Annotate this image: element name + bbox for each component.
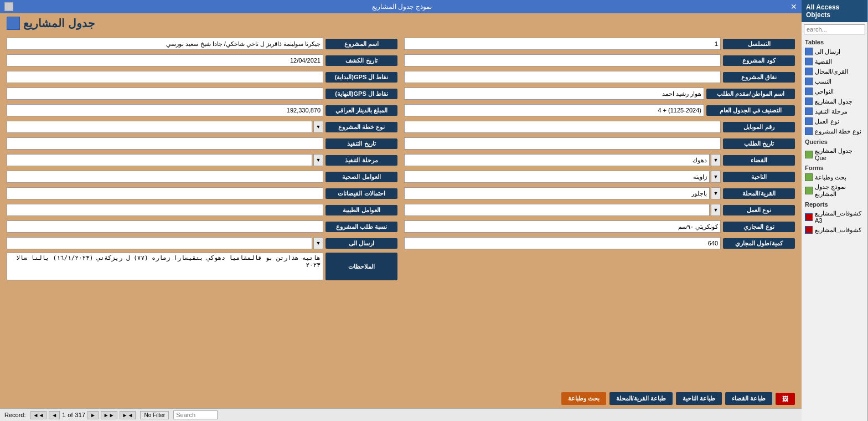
plan-type-dropdown-arrow[interactable]: ▼ (313, 121, 323, 133)
exec-stage-select-wrapper: ▼ (7, 154, 323, 166)
form-title-icon (7, 17, 20, 30)
quantity-row: كمية/طول المجاري (404, 236, 795, 250)
sidebar-search-input[interactable] (804, 24, 865, 34)
district-dropdown-arrow[interactable]: ▼ (711, 154, 721, 166)
delete-button[interactable]: 🖼 (776, 393, 795, 405)
current-record: 1 (62, 412, 65, 418)
gps-start-label: نقاط ال GPS(البداية) (326, 72, 397, 83)
form-header: جدول المشاريع (0, 13, 802, 33)
table-icon (805, 88, 813, 95)
classification-row: التصنيف في الجدول العام (404, 103, 795, 117)
sidebar-item-projects[interactable]: جدول المشاريع (802, 96, 867, 106)
amount-input[interactable] (7, 104, 323, 116)
natural-factors-input[interactable] (7, 204, 323, 216)
sidebar-item-cases[interactable]: القضية (802, 57, 867, 66)
sidebar-item-nawahi[interactable]: النواحي (802, 86, 867, 96)
serial-input[interactable] (404, 38, 721, 50)
plan-type-row: نوع خطة المشروع ▼ (7, 120, 397, 134)
sidebar-item-villages[interactable]: القرى/المحال (802, 66, 867, 76)
print-village-button[interactable]: طباعة القرية/المحلة (609, 392, 673, 405)
exec-stage-dropdown-arrow[interactable]: ▼ (313, 154, 323, 166)
print-district-button[interactable]: طباعة القضاء (725, 392, 772, 405)
work-type-input[interactable] (404, 204, 710, 216)
project-request-pct-input[interactable] (7, 220, 323, 233)
sidebar-item-query[interactable]: جدول المشاريع Que (802, 146, 867, 162)
sub-district-dropdown-arrow[interactable]: ▼ (711, 171, 721, 183)
sub-district-label: الناحية (723, 172, 795, 182)
send-to-dropdown-arrow[interactable]: ▼ (313, 237, 323, 249)
next-record-button[interactable]: ► (87, 411, 99, 419)
plan-type-select-wrapper: ▼ (7, 121, 323, 133)
record-nav: ◄◄ ◄ 1 of 317 ► ►► ►◄ (30, 411, 136, 419)
mobile-row: رقم الموبايل (404, 120, 795, 134)
main-area: نموذج جدول المشاريع ✕ جدول المشاريع التس… (0, 0, 802, 421)
sidebar-item-send[interactable]: ارسال الى (802, 47, 867, 57)
village-select-wrapper: ▼ (404, 187, 721, 199)
sidebar-item-report[interactable]: كشوفات_المشاريع (802, 225, 867, 235)
quantity-input[interactable] (404, 237, 721, 249)
work-type-dropdown-arrow[interactable]: ▼ (711, 204, 721, 216)
form-icon (805, 187, 813, 194)
sidebar-item-ratio[interactable]: النسب (802, 76, 867, 86)
table-icon (805, 78, 813, 85)
sidebar-search-area[interactable] (802, 22, 867, 37)
plan-type-label: نوع خطة المشروع (326, 122, 397, 132)
sidebar-item-work-type[interactable]: نوع العمل (802, 116, 867, 126)
prev-record-button[interactable]: ◄ (49, 411, 60, 419)
amount-label: المبلغ بالدينار العراقي (326, 105, 397, 116)
health-factors-input[interactable] (7, 171, 323, 183)
sub-district-input[interactable] (404, 171, 710, 183)
notes-textarea[interactable]: هاتيه هذارتن بو قالمقاميا دهوكي بتقيسارا… (7, 253, 323, 280)
table-icon (805, 48, 813, 55)
project-points-input[interactable] (404, 71, 721, 83)
search-print-button[interactable]: بحث وطباعة (561, 392, 606, 405)
last-record-button[interactable]: ►► (101, 411, 117, 419)
district-input[interactable] (404, 154, 710, 166)
first-record-button[interactable]: ◄◄ (30, 411, 47, 419)
classification-input[interactable] (404, 104, 704, 116)
project-name-input[interactable] (7, 38, 323, 50)
drain-type-input[interactable] (404, 220, 721, 233)
work-type-select-wrapper: ▼ (404, 204, 721, 216)
discovery-date-input[interactable] (7, 54, 323, 66)
citizen-name-input[interactable] (404, 88, 704, 100)
discovery-date-label: تاريخ الكشف (326, 55, 397, 66)
send-to-input[interactable] (7, 237, 312, 249)
new-record-button[interactable]: ►◄ (120, 411, 136, 419)
project-name-label: اسم المشروع (326, 39, 397, 49)
sidebar-item-report-a3[interactable]: كشوفات_المشاريع A3 (802, 209, 867, 225)
gps-end-input[interactable] (7, 88, 323, 100)
sidebar-item-exec-stage[interactable]: مرحلة التنفيذ (802, 106, 867, 116)
sidebar-item-plan-type[interactable]: نوع خطة المشروع (802, 126, 867, 136)
print-sub-button[interactable]: طباعة الناحية (676, 392, 722, 405)
close-button[interactable]: ✕ (790, 2, 797, 11)
flood-prob-label: احتمالات الفيضانات (326, 188, 397, 199)
flood-prob-input[interactable] (7, 187, 323, 199)
gps-end-row: نقاط ال GPS(النهاية) (7, 86, 397, 101)
village-dropdown-arrow[interactable]: ▼ (711, 187, 721, 199)
district-row: القضاء ▼ (404, 153, 795, 167)
health-factors-label: العوامل الصحية (326, 172, 397, 182)
table-icon (805, 68, 813, 75)
natural-factors-label: العوامل الطيبية (326, 205, 397, 215)
village-input[interactable] (404, 187, 710, 199)
sidebar-item-main-form[interactable]: نموذج جدول المشاريع (802, 182, 867, 199)
total-records: 317 (75, 412, 85, 418)
plan-type-input[interactable] (7, 121, 312, 133)
project-code-input[interactable] (404, 54, 721, 66)
gps-start-input[interactable] (7, 71, 323, 83)
project-request-pct-label: نسبة طلب المشروع (326, 222, 397, 232)
exec-date-input[interactable] (7, 137, 323, 150)
search-input[interactable] (173, 410, 218, 419)
sidebar-title: All Access Objects (802, 0, 867, 22)
table-icon (805, 97, 813, 105)
record-label: Record: (4, 412, 26, 418)
sidebar-item-search-form[interactable]: بحث وطباعة (802, 172, 867, 182)
exec-stage-input[interactable] (7, 154, 312, 166)
drain-type-row: نوع المجاري (404, 219, 795, 234)
form-title: جدول المشاريع (23, 17, 95, 30)
project-points-label: نقاق المشروع (723, 72, 795, 83)
mobile-input[interactable] (404, 121, 721, 133)
notes-label: الملاحظات (326, 253, 397, 280)
request-date-input[interactable] (404, 137, 721, 150)
